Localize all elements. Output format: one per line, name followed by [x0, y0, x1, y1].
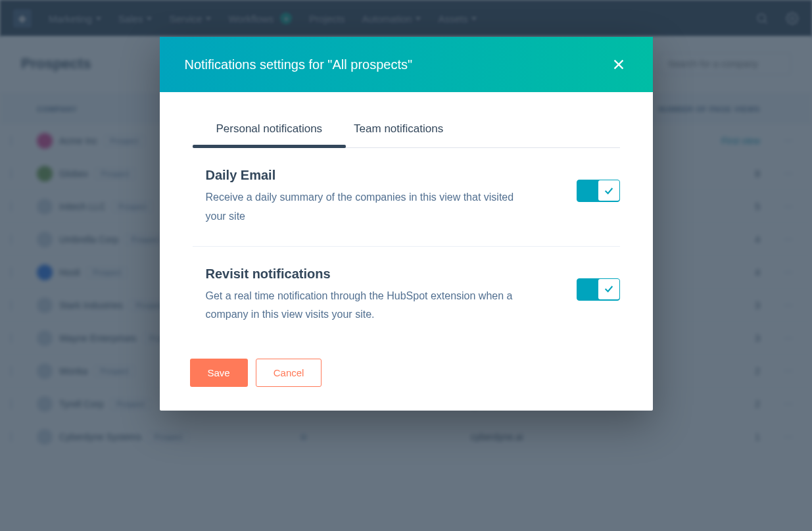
check-icon	[604, 284, 614, 294]
tab-team-notifications[interactable]: Team notifications	[354, 113, 443, 147]
modal-title: Notifications settings for "All prospect…	[185, 57, 413, 72]
tab-label: Team notifications	[354, 122, 443, 135]
modal-footer: Save Cancel	[160, 344, 653, 411]
toggle-knob	[598, 279, 619, 299]
revisit-notifications-toggle[interactable]	[577, 278, 620, 301]
setting-revisit-notifications: Revisit notifications Get a real time no…	[193, 246, 620, 345]
setting-title: Daily Email	[206, 168, 561, 183]
setting-daily-email: Daily Email Receive a daily summary of t…	[193, 148, 620, 246]
check-icon	[604, 186, 614, 196]
modal-tabs: Personal notifications Team notification…	[193, 113, 620, 148]
setting-title: Revisit notifications	[206, 266, 561, 282]
tab-personal-notifications[interactable]: Personal notifications	[216, 113, 323, 147]
setting-description: Get a real time notification through the…	[206, 287, 521, 325]
toggle-knob	[598, 180, 619, 201]
tab-label: Personal notifications	[216, 122, 323, 135]
setting-description: Receive a daily summary of the companies…	[206, 188, 521, 226]
close-button[interactable]	[609, 55, 628, 74]
close-icon	[611, 57, 626, 72]
daily-email-toggle[interactable]	[577, 180, 620, 202]
notifications-settings-modal: Notifications settings for "All prospect…	[160, 37, 653, 411]
save-button[interactable]: Save	[190, 359, 248, 387]
modal-overlay: Notifications settings for "All prospect…	[0, 0, 812, 531]
cancel-button[interactable]: Cancel	[256, 359, 322, 387]
modal-header: Notifications settings for "All prospect…	[160, 37, 653, 92]
